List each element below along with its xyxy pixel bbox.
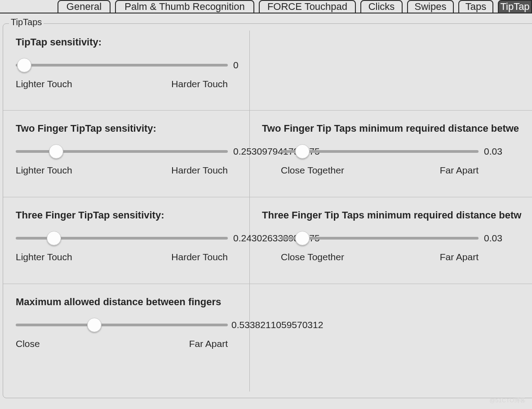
slider-value: 0.03 <box>484 146 502 157</box>
slider-thumb[interactable] <box>295 144 310 159</box>
tab-label: FORCE Touchpad <box>267 1 347 13</box>
setting-title: TipTap sensitivity: <box>16 36 237 48</box>
slider-min-label: Lighter Touch <box>16 79 72 89</box>
slider-row: 0.243026333984375 <box>16 233 237 244</box>
setting-tiptap-sensitivity: TipTap sensitivity: 0 Lighter Touch Hard… <box>3 24 249 110</box>
slider-max-label: Far Apart <box>189 338 228 349</box>
tab-label: Palm & Thumb Recognition <box>124 1 244 13</box>
tab-force-touchpad[interactable]: FORCE Touchpad <box>259 0 356 13</box>
slider-max-label: Harder Touch <box>171 79 228 89</box>
slider-max-distance[interactable] <box>16 324 228 326</box>
tab-bar: General Palm & Thumb Recognition FORCE T… <box>0 0 532 13</box>
preferences-window: General Palm & Thumb Recognition FORCE T… <box>0 0 532 409</box>
slider-thumb[interactable] <box>49 144 63 159</box>
watermark: @51CTO博客 <box>489 396 526 405</box>
slider-tiptap-sensitivity[interactable] <box>16 64 228 67</box>
tab-palm-thumb[interactable]: Palm & Thumb Recognition <box>115 0 254 13</box>
slider-max-label: Far Apart <box>440 165 479 176</box>
slider-thumb[interactable] <box>295 231 310 245</box>
tiptaps-group: TipTap sensitivity: 0 Lighter Touch Hard… <box>3 23 532 398</box>
slider-track <box>281 150 479 153</box>
tab-label: Clicks <box>368 1 395 13</box>
slider-min-label: Lighter Touch <box>16 252 72 262</box>
settings-grid: TipTap sensitivity: 0 Lighter Touch Hard… <box>3 24 532 398</box>
setting-title: Two Finger Tip Taps minimum required dis… <box>262 123 524 134</box>
slider-row: 0.03 <box>262 146 524 157</box>
slider-max-label: Harder Touch <box>171 165 228 176</box>
slider-row: 0.03 <box>262 233 524 244</box>
slider-endlabels: Lighter Touch Harder Touch <box>16 79 228 89</box>
slider-value: 0 <box>233 60 239 71</box>
slider-track <box>281 237 479 240</box>
slider-three-finger-sensitivity[interactable] <box>16 237 228 240</box>
slider-track <box>16 150 228 153</box>
group-label-tiptaps: TipTaps <box>9 17 44 27</box>
slider-thumb[interactable] <box>87 318 102 332</box>
setting-three-finger-sensitivity: Three Finger TipTap sensitivity: 0.24302… <box>3 197 249 284</box>
tab-tiptap[interactable]: TipTap <box>498 0 532 13</box>
slider-endlabels: Close Far Apart <box>16 338 228 349</box>
slider-track <box>16 64 228 67</box>
slider-value: 0.5338211059570312 <box>231 320 323 330</box>
slider-row: 0 <box>16 60 237 71</box>
slider-endlabels: Close Together Far Apart <box>281 252 479 262</box>
slider-track <box>16 324 228 326</box>
slider-min-label: Lighter Touch <box>16 165 72 176</box>
setting-title: Maximum allowed distance between fingers <box>16 296 237 308</box>
slider-min-label: Close Together <box>281 252 344 262</box>
slider-thumb[interactable] <box>17 58 31 72</box>
slider-max-label: Far Apart <box>440 252 479 262</box>
slider-row: 0.253097941796875 <box>16 146 237 157</box>
tab-label: TipTap <box>500 1 529 13</box>
slider-track <box>16 237 228 240</box>
slider-row: 0.5338211059570312 <box>16 320 237 330</box>
tab-general[interactable]: General <box>58 0 111 13</box>
setting-title: Three Finger TipTap sensitivity: <box>16 209 237 221</box>
slider-min-label: Close <box>16 338 40 349</box>
setting-title: Two Finger TipTap sensitivity: <box>16 123 237 134</box>
slider-max-label: Harder Touch <box>171 252 228 262</box>
setting-three-finger-min-distance: Three Finger Tip Taps minimum required d… <box>249 197 532 284</box>
tab-label: General <box>66 1 102 13</box>
slider-two-finger-min-distance[interactable] <box>281 150 479 153</box>
setting-two-finger-min-distance: Two Finger Tip Taps minimum required dis… <box>249 110 532 197</box>
slider-endlabels: Lighter Touch Harder Touch <box>16 252 228 262</box>
tab-label: Taps <box>466 1 486 13</box>
tab-taps[interactable]: Taps <box>458 0 493 13</box>
tab-label: Swipes <box>415 1 447 13</box>
slider-endlabels: Close Together Far Apart <box>281 165 479 176</box>
setting-max-distance: Maximum allowed distance between fingers… <box>3 284 249 378</box>
tab-clicks[interactable]: Clicks <box>360 0 403 13</box>
setting-title: Three Finger Tip Taps minimum required d… <box>262 209 524 221</box>
slider-thumb[interactable] <box>47 231 61 245</box>
slider-endlabels: Lighter Touch Harder Touch <box>16 165 228 176</box>
slider-three-finger-min-distance[interactable] <box>281 237 479 240</box>
slider-min-label: Close Together <box>281 165 344 176</box>
setting-two-finger-sensitivity: Two Finger TipTap sensitivity: 0.2530979… <box>3 110 249 197</box>
slider-two-finger-sensitivity[interactable] <box>16 150 228 153</box>
slider-value: 0.03 <box>484 233 502 244</box>
tab-swipes[interactable]: Swipes <box>407 0 454 13</box>
